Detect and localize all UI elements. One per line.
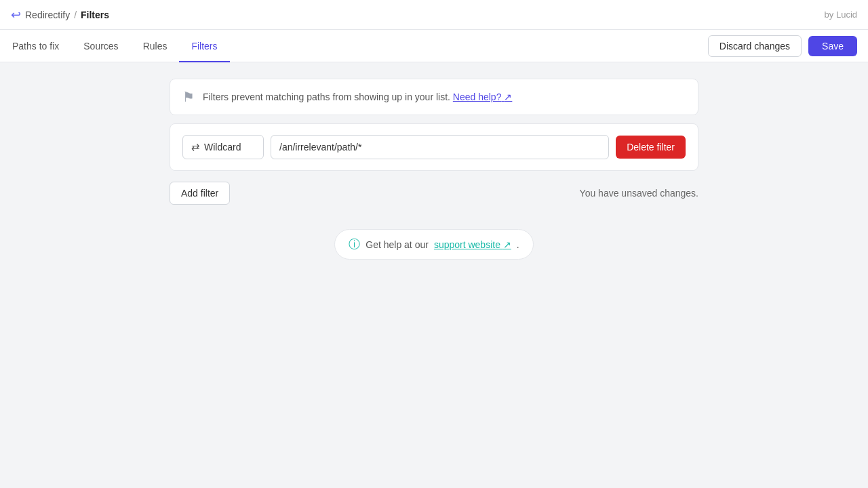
wildcard-icon: ⇄ <box>191 141 200 153</box>
tab-rules[interactable]: Rules <box>131 30 180 62</box>
support-external-icon: ↗ <box>503 239 511 250</box>
attribution: by Lucid <box>825 9 857 20</box>
filter-type-selector[interactable]: ⇄ Wildcard <box>182 135 264 159</box>
support-website-link[interactable]: support website ↗ <box>434 239 511 250</box>
help-circle-icon: ⓘ <box>349 237 360 252</box>
page-title: Filters <box>81 9 109 20</box>
tab-sources[interactable]: Sources <box>71 30 130 62</box>
breadcrumb-separator: / <box>74 9 77 20</box>
filter-input[interactable] <box>271 135 609 159</box>
tabs-container: Paths to fix Sources Rules Filters <box>0 30 230 62</box>
action-buttons: Discard changes Save <box>708 35 868 57</box>
tab-filters[interactable]: Filters <box>179 30 229 62</box>
save-button[interactable]: Save <box>808 36 857 56</box>
info-icon: ⚑ <box>182 89 195 105</box>
info-text: Filters prevent matching paths from show… <box>203 92 512 102</box>
discard-changes-button[interactable]: Discard changes <box>708 35 802 57</box>
external-link-icon: ↗ <box>504 92 512 102</box>
main-content: ⚑ Filters prevent matching paths from sh… <box>170 79 698 260</box>
redirect-icon: ↩ <box>11 7 21 22</box>
bottom-bar: Add filter You have unsaved changes. <box>170 179 698 207</box>
need-help-link[interactable]: Need help? ↗ <box>453 92 513 102</box>
info-banner: ⚑ Filters prevent matching paths from sh… <box>170 79 698 115</box>
breadcrumb: ↩ Redirectify / Filters <box>11 7 109 22</box>
filter-row: ⇄ Wildcard Delete filter <box>182 135 686 159</box>
delete-filter-button[interactable]: Delete filter <box>616 136 686 159</box>
nav-tabs: Paths to fix Sources Rules Filters Disca… <box>0 30 868 62</box>
filter-card: ⇄ Wildcard Delete filter <box>170 123 698 171</box>
support-suffix: . <box>517 239 519 250</box>
info-message: Filters prevent matching paths from show… <box>203 92 450 102</box>
filter-type-label: Wildcard <box>204 142 241 152</box>
tab-paths[interactable]: Paths to fix <box>0 30 71 62</box>
support-prefix: Get help at our <box>366 239 429 250</box>
support-widget: ⓘ Get help at our support website ↗ . <box>170 229 698 260</box>
app-name-label: Redirectify <box>25 9 70 20</box>
add-filter-button[interactable]: Add filter <box>170 182 230 205</box>
support-pill: ⓘ Get help at our support website ↗ . <box>334 229 533 260</box>
topbar: ↩ Redirectify / Filters by Lucid <box>0 0 868 30</box>
unsaved-changes-text: You have unsaved changes. <box>580 188 698 199</box>
app-name: ↩ Redirectify <box>11 7 70 22</box>
